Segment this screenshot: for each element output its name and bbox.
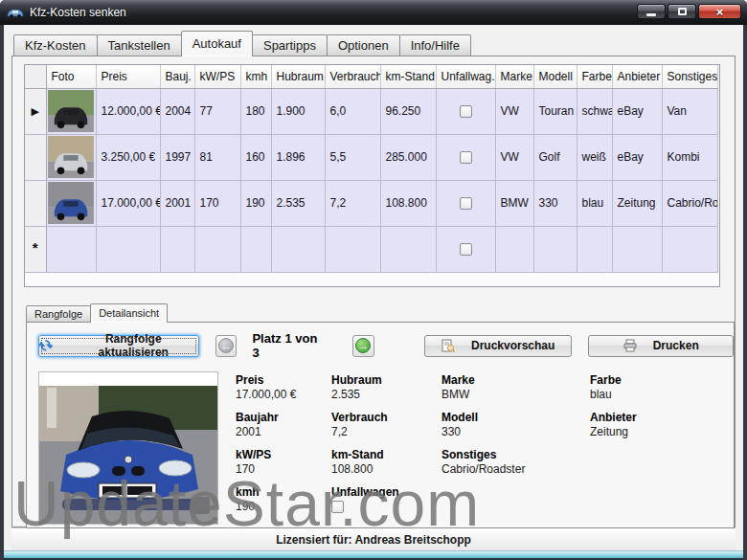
cell-kmstand[interactable]: 285.000 xyxy=(380,134,436,180)
cell-kwps[interactable] xyxy=(194,226,240,272)
cell-sonstiges[interactable]: Cabrio/Roadster xyxy=(662,180,717,226)
cell-bauj[interactable]: 1997 xyxy=(160,134,194,180)
cell-unfallwag[interactable] xyxy=(436,226,495,272)
print-preview-button[interactable]: Druckvorschau xyxy=(424,335,573,357)
cell-sonstiges[interactable]: Van xyxy=(662,88,717,134)
cell-foto[interactable] xyxy=(46,88,96,134)
unfallwagen-checkbox[interactable] xyxy=(460,105,472,118)
print-button[interactable]: Drucken xyxy=(588,335,734,357)
cell-modell[interactable]: 330 xyxy=(533,180,577,226)
row-selector[interactable]: ▶ xyxy=(25,88,46,134)
unfallwagen-checkbox[interactable] xyxy=(460,151,472,164)
cell-anbieter[interactable]: eBay xyxy=(612,88,662,134)
column-header-hubraum[interactable]: Hubraum xyxy=(271,65,325,88)
tab-rangfolge[interactable]: Rangfolge xyxy=(26,305,91,322)
column-header-sonstiges[interactable]: Sonstiges xyxy=(662,65,717,88)
cell-foto[interactable] xyxy=(46,180,96,226)
maximize-button[interactable] xyxy=(668,4,696,19)
row-selector[interactable]: * xyxy=(25,226,46,272)
cell-marke[interactable]: VW xyxy=(495,88,533,134)
cell-farbe[interactable] xyxy=(577,226,612,272)
cell-anbieter[interactable] xyxy=(612,226,662,272)
column-header-farbe[interactable]: Farbe xyxy=(577,65,612,88)
cell-bauj[interactable]: 2001 xyxy=(160,180,194,226)
tab-info-hilfe[interactable]: Info/Hilfe xyxy=(399,34,471,56)
previous-button[interactable]: ← xyxy=(215,335,238,357)
cell-kwps[interactable]: 77 xyxy=(194,88,240,134)
cell-bauj[interactable]: 2004 xyxy=(160,88,194,134)
column-header-anbieter[interactable]: Anbieter xyxy=(612,65,662,88)
cell-modell[interactable]: Golf xyxy=(533,134,577,180)
cell-preis[interactable]: 12.000,00 € xyxy=(96,88,160,134)
column-header-bauj[interactable]: Bauj. xyxy=(160,65,194,88)
unfallwagen-checkbox[interactable] xyxy=(460,243,472,256)
cell-farbe[interactable]: schwarz xyxy=(577,88,612,134)
next-button[interactable]: → xyxy=(352,335,374,357)
cell-kmstand[interactable]: 96.250 xyxy=(380,88,436,134)
cell-hubraum[interactable]: 2.535 xyxy=(271,180,325,226)
column-header-modell[interactable]: Modell xyxy=(533,65,577,88)
cell-anbieter[interactable]: eBay xyxy=(612,134,662,180)
unfallwagen-detail-checkbox[interactable] xyxy=(331,501,344,513)
cell-verbrauch[interactable]: 7,2 xyxy=(325,180,380,226)
cell-foto[interactable] xyxy=(46,134,96,180)
titlebar[interactable]: Kfz-Kosten senken × xyxy=(0,0,747,25)
row-selector[interactable] xyxy=(25,134,46,180)
cell-kmh[interactable]: 180 xyxy=(240,88,271,134)
cell-sonstiges[interactable]: Kombi xyxy=(662,134,717,180)
table-row[interactable]: ▶ 12.000,00 € xyxy=(25,88,717,134)
cell-hubraum[interactable]: 1.900 xyxy=(271,88,325,134)
tab-detailansicht[interactable]: Detailansicht xyxy=(90,303,168,323)
cell-kmstand[interactable]: 108.800 xyxy=(380,180,436,226)
cell-kmh[interactable] xyxy=(240,226,271,272)
minimize-button[interactable] xyxy=(637,4,666,19)
cell-verbrauch[interactable]: 6,0 xyxy=(325,88,380,134)
cell-hubraum[interactable] xyxy=(271,226,325,272)
cell-anbieter[interactable]: Zeitung xyxy=(612,180,662,226)
cell-foto[interactable] xyxy=(46,226,96,272)
cell-kwps[interactable]: 81 xyxy=(194,134,240,180)
cell-unfallwag[interactable] xyxy=(436,88,495,134)
tab-optionen[interactable]: Optionen xyxy=(327,34,400,56)
cell-unfallwag[interactable] xyxy=(436,134,495,180)
cell-kwps[interactable]: 170 xyxy=(194,180,240,226)
cell-unfallwag[interactable] xyxy=(436,180,495,226)
tab-kfz-kosten[interactable]: Kfz-Kosten xyxy=(13,34,98,56)
tab-spartipps[interactable]: Spartipps xyxy=(252,34,328,56)
column-header-marke[interactable]: Marke xyxy=(495,65,533,88)
table-row[interactable]: 17.000,00 € 2001 170 190 2.535 7,2 108.8… xyxy=(25,180,717,226)
table-row[interactable]: 3.250,00 € 1997 81 160 1.896 5,5 285.000… xyxy=(25,134,717,180)
cell-kmh[interactable]: 160 xyxy=(240,134,271,180)
cell-marke[interactable] xyxy=(495,226,533,272)
close-button[interactable]: × xyxy=(698,4,741,19)
cell-farbe[interactable]: weiß xyxy=(577,134,612,180)
cell-verbrauch[interactable] xyxy=(325,226,380,272)
cell-sonstiges[interactable] xyxy=(662,226,717,272)
cell-modell[interactable] xyxy=(533,226,577,272)
row-selector-header[interactable] xyxy=(25,65,46,88)
tab-tankstellen[interactable]: Tankstellen xyxy=(97,34,182,56)
column-header-kmstand[interactable]: km-Stand xyxy=(380,65,436,88)
column-header-kwps[interactable]: kW/PS xyxy=(194,65,240,88)
cell-farbe[interactable]: blau xyxy=(577,180,612,226)
unfallwagen-checkbox[interactable] xyxy=(460,197,472,210)
tab-autokauf[interactable]: Autokauf xyxy=(181,31,253,56)
cell-marke[interactable]: VW xyxy=(495,134,533,180)
cell-modell[interactable]: Touran xyxy=(533,88,577,134)
cell-verbrauch[interactable]: 5,5 xyxy=(325,134,380,180)
cell-preis[interactable]: 17.000,00 € xyxy=(96,180,160,226)
column-header-preis[interactable]: Preis xyxy=(96,65,160,88)
column-header-unfallwag[interactable]: Unfallwag. xyxy=(436,65,495,88)
update-ranking-button[interactable]: Rangfolge aktualisieren xyxy=(38,335,199,357)
row-selector[interactable] xyxy=(25,180,46,226)
column-header-kmh[interactable]: kmh xyxy=(240,65,271,88)
cell-preis[interactable]: 3.250,00 € xyxy=(96,134,160,180)
column-header-verbrauch[interactable]: Verbrauch xyxy=(325,65,380,88)
cell-marke[interactable]: BMW xyxy=(495,180,533,226)
column-header-foto[interactable]: Foto xyxy=(46,65,96,88)
cell-kmstand[interactable] xyxy=(380,226,436,272)
new-row[interactable]: * xyxy=(25,226,717,272)
cell-kmh[interactable]: 190 xyxy=(240,180,271,226)
cell-hubraum[interactable]: 1.896 xyxy=(271,134,325,180)
cell-preis[interactable] xyxy=(96,226,160,272)
